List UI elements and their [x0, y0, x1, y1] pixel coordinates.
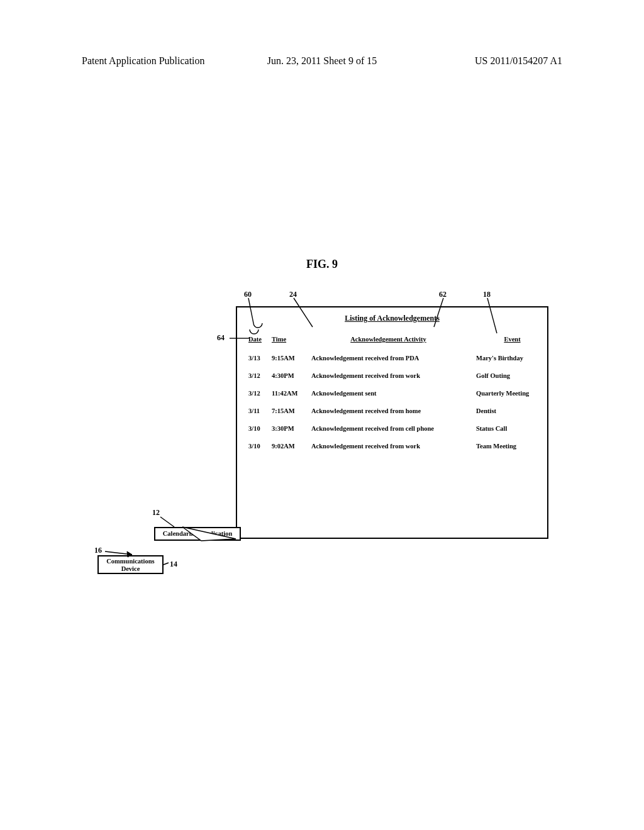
col-header-time: Time — [272, 336, 306, 343]
acknowledgements-window: Listing of Acknowledgements Date Time Ac… — [236, 306, 548, 539]
cell-activity: Acknowledgement sent — [311, 390, 465, 397]
cell-date: 3/13 — [248, 355, 274, 362]
cell-event: Mary's Birthday — [476, 355, 548, 362]
cell-date: 3/10 — [248, 443, 274, 450]
diagram-region: Listing of Acknowledgements Date Time Ac… — [94, 283, 560, 591]
cell-time: 11:42AM — [272, 390, 306, 397]
cell-date: 3/12 — [248, 372, 274, 379]
col-header-event: Event — [476, 336, 548, 343]
comm-device-line2: Device — [121, 565, 140, 572]
col-header-date: Date — [248, 336, 274, 343]
header-right: US 2011/0154207 A1 — [475, 55, 562, 67]
cell-time: 9:02AM — [272, 443, 306, 450]
ref-16: 16 — [94, 546, 102, 555]
cell-date: 3/10 — [248, 425, 274, 432]
window-title: Listing of Acknowledgements — [237, 314, 547, 323]
ref-18: 18 — [483, 290, 491, 299]
cell-event: Status Call — [476, 425, 548, 432]
cell-event: Dentist — [476, 407, 548, 414]
communications-device-box: Communications Device — [97, 555, 164, 574]
cell-date: 3/11 — [248, 407, 274, 414]
cell-time: 9:15AM — [272, 355, 306, 362]
ref-12: 12 — [152, 508, 160, 517]
ref-24: 24 — [289, 290, 297, 299]
cell-event: Quarterly Meeting — [476, 390, 548, 397]
calendaring-application-box: Calendaring Application — [154, 527, 241, 541]
cell-time: 4:30PM — [272, 372, 306, 379]
cell-activity: Acknowledgement received from home — [311, 407, 465, 414]
cell-event: Golf Outing — [476, 372, 548, 379]
comm-device-line1: Communications — [106, 558, 154, 565]
cell-activity: Acknowledgement received from work — [311, 372, 465, 379]
ref-64: 64 — [217, 333, 225, 343]
cell-event: Team Meeting — [476, 443, 548, 450]
cell-activity: Acknowledgement received from PDA — [311, 355, 465, 362]
figure-title: FIG. 9 — [0, 258, 644, 271]
cell-date: 3/12 — [248, 390, 274, 397]
ref-62: 62 — [439, 290, 447, 299]
ref-60: 60 — [244, 290, 252, 299]
col-header-activity: Acknowledgement Activity — [311, 336, 465, 343]
cell-time: 3:30PM — [272, 425, 306, 432]
cell-activity: Acknowledgement received from work — [311, 443, 465, 450]
cell-activity: Acknowledgement received from cell phone — [311, 425, 465, 432]
cell-time: 7:15AM — [272, 407, 306, 414]
ref-14: 14 — [170, 560, 177, 569]
